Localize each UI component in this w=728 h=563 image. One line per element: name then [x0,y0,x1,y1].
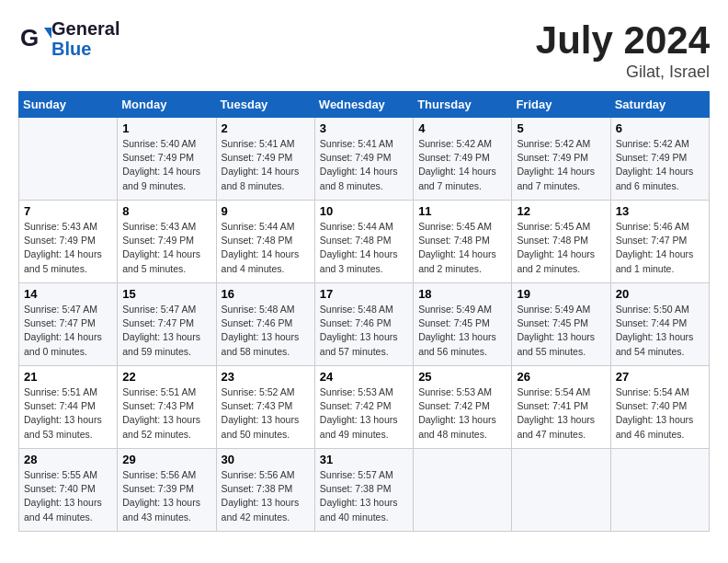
week-row-4: 21Sunrise: 5:51 AM Sunset: 7:44 PM Dayli… [19,366,710,449]
calendar-cell: 23Sunrise: 5:52 AM Sunset: 7:43 PM Dayli… [216,366,314,449]
day-number: 21 [24,370,112,384]
day-info: Sunrise: 5:47 AM Sunset: 7:47 PM Dayligh… [24,303,112,359]
calendar-cell [610,449,709,532]
calendar-cell [414,449,512,532]
day-info: Sunrise: 5:40 AM Sunset: 7:49 PM Dayligh… [122,137,210,193]
day-number: 6 [616,121,704,135]
day-number: 4 [418,121,506,135]
day-number: 7 [24,204,112,218]
day-number: 10 [320,204,408,218]
day-info: Sunrise: 5:53 AM Sunset: 7:42 PM Dayligh… [418,385,506,442]
day-info: Sunrise: 5:43 AM Sunset: 7:49 PM Dayligh… [24,220,112,276]
week-row-2: 7Sunrise: 5:43 AM Sunset: 7:49 PM Daylig… [19,201,710,283]
calendar-cell: 5Sunrise: 5:42 AM Sunset: 7:49 PM Daylig… [512,118,610,201]
day-number: 29 [122,453,210,466]
logo: G General Blue [18,18,119,59]
day-info: Sunrise: 5:42 AM Sunset: 7:49 PM Dayligh… [616,137,704,193]
day-number: 26 [517,370,605,384]
day-number: 5 [517,121,605,135]
day-number: 25 [418,370,506,384]
day-info: Sunrise: 5:54 AM Sunset: 7:41 PM Dayligh… [517,385,605,442]
day-info: Sunrise: 5:44 AM Sunset: 7:48 PM Dayligh… [222,220,310,276]
calendar-cell: 11Sunrise: 5:45 AM Sunset: 7:48 PM Dayli… [414,201,512,283]
day-info: Sunrise: 5:51 AM Sunset: 7:44 PM Dayligh… [24,385,112,442]
day-info: Sunrise: 5:42 AM Sunset: 7:49 PM Dayligh… [418,137,506,193]
day-info: Sunrise: 5:49 AM Sunset: 7:45 PM Dayligh… [517,303,605,359]
day-info: Sunrise: 5:44 AM Sunset: 7:48 PM Dayligh… [320,220,408,276]
day-number: 1 [122,121,210,135]
day-number: 3 [320,121,408,135]
day-info: Sunrise: 5:53 AM Sunset: 7:42 PM Dayligh… [320,385,408,442]
calendar-cell: 26Sunrise: 5:54 AM Sunset: 7:41 PM Dayli… [512,366,610,449]
day-info: Sunrise: 5:46 AM Sunset: 7:47 PM Dayligh… [616,220,704,276]
calendar-cell: 20Sunrise: 5:50 AM Sunset: 7:44 PM Dayli… [610,283,709,366]
column-header-thursday: Thursday [414,92,512,118]
day-number: 2 [222,121,310,135]
month-title: July 2024 [536,18,710,63]
day-info: Sunrise: 5:52 AM Sunset: 7:43 PM Dayligh… [222,385,310,442]
day-info: Sunrise: 5:48 AM Sunset: 7:46 PM Dayligh… [222,303,310,359]
column-header-friday: Friday [512,92,610,118]
day-number: 16 [222,287,310,301]
calendar-cell: 19Sunrise: 5:49 AM Sunset: 7:45 PM Dayli… [512,283,610,366]
week-row-1: 1Sunrise: 5:40 AM Sunset: 7:49 PM Daylig… [19,118,710,201]
day-number: 18 [418,287,506,301]
day-info: Sunrise: 5:50 AM Sunset: 7:44 PM Dayligh… [616,303,704,359]
calendar-cell: 8Sunrise: 5:43 AM Sunset: 7:49 PM Daylig… [118,201,216,283]
week-row-3: 14Sunrise: 5:47 AM Sunset: 7:47 PM Dayli… [19,283,710,366]
title-block: July 2024 Gilat, Israel [536,18,710,82]
calendar-cell: 1Sunrise: 5:40 AM Sunset: 7:49 PM Daylig… [118,118,216,201]
svg-marker-1 [44,28,51,39]
calendar-cell: 3Sunrise: 5:41 AM Sunset: 7:49 PM Daylig… [314,118,413,201]
day-number: 28 [24,453,112,466]
logo-blue: Blue [51,39,119,59]
day-number: 12 [517,204,605,218]
day-number: 31 [320,453,408,466]
calendar-cell: 7Sunrise: 5:43 AM Sunset: 7:49 PM Daylig… [19,201,118,283]
calendar-cell: 13Sunrise: 5:46 AM Sunset: 7:47 PM Dayli… [610,201,709,283]
calendar-cell: 12Sunrise: 5:45 AM Sunset: 7:48 PM Dayli… [512,201,610,283]
day-info: Sunrise: 5:47 AM Sunset: 7:47 PM Dayligh… [122,303,210,359]
day-number: 27 [616,370,704,384]
day-info: Sunrise: 5:49 AM Sunset: 7:45 PM Dayligh… [418,303,506,359]
svg-text:G: G [20,24,39,52]
day-info: Sunrise: 5:45 AM Sunset: 7:48 PM Dayligh… [418,220,506,276]
calendar-cell [19,118,118,201]
calendar-cell: 16Sunrise: 5:48 AM Sunset: 7:46 PM Dayli… [216,283,314,366]
calendar-cell: 28Sunrise: 5:55 AM Sunset: 7:40 PM Dayli… [19,449,118,532]
day-number: 13 [616,204,704,218]
week-row-5: 28Sunrise: 5:55 AM Sunset: 7:40 PM Dayli… [19,449,710,532]
column-header-wednesday: Wednesday [314,92,413,118]
calendar-cell: 4Sunrise: 5:42 AM Sunset: 7:49 PM Daylig… [414,118,512,201]
day-number: 19 [517,287,605,301]
logo-icon: G [18,22,51,55]
day-number: 15 [122,287,210,301]
day-info: Sunrise: 5:43 AM Sunset: 7:49 PM Dayligh… [122,220,210,276]
calendar-cell: 24Sunrise: 5:53 AM Sunset: 7:42 PM Dayli… [314,366,413,449]
calendar-cell: 15Sunrise: 5:47 AM Sunset: 7:47 PM Dayli… [118,283,216,366]
calendar-cell: 14Sunrise: 5:47 AM Sunset: 7:47 PM Dayli… [19,283,118,366]
column-header-saturday: Saturday [610,92,709,118]
column-header-tuesday: Tuesday [216,92,314,118]
day-number: 24 [320,370,408,384]
day-info: Sunrise: 5:51 AM Sunset: 7:43 PM Dayligh… [122,385,210,442]
day-info: Sunrise: 5:55 AM Sunset: 7:40 PM Dayligh… [24,468,112,524]
day-number: 17 [320,287,408,301]
page-header: G General Blue July 2024 Gilat, Israel [18,18,710,82]
day-info: Sunrise: 5:56 AM Sunset: 7:39 PM Dayligh… [122,468,210,524]
calendar-cell: 2Sunrise: 5:41 AM Sunset: 7:49 PM Daylig… [216,118,314,201]
day-number: 8 [122,204,210,218]
calendar-table: SundayMondayTuesdayWednesdayThursdayFrid… [18,91,710,532]
calendar-cell: 6Sunrise: 5:42 AM Sunset: 7:49 PM Daylig… [610,118,709,201]
day-info: Sunrise: 5:45 AM Sunset: 7:48 PM Dayligh… [517,220,605,276]
day-info: Sunrise: 5:41 AM Sunset: 7:49 PM Dayligh… [222,137,310,193]
day-number: 11 [418,204,506,218]
day-info: Sunrise: 5:41 AM Sunset: 7:49 PM Dayligh… [320,137,408,193]
calendar-cell: 27Sunrise: 5:54 AM Sunset: 7:40 PM Dayli… [610,366,709,449]
day-number: 30 [222,453,310,466]
logo-general: General [51,18,119,39]
calendar-cell: 10Sunrise: 5:44 AM Sunset: 7:48 PM Dayli… [314,201,413,283]
calendar-cell: 31Sunrise: 5:57 AM Sunset: 7:38 PM Dayli… [314,449,413,532]
day-info: Sunrise: 5:57 AM Sunset: 7:38 PM Dayligh… [320,468,408,524]
calendar-cell: 22Sunrise: 5:51 AM Sunset: 7:43 PM Dayli… [118,366,216,449]
